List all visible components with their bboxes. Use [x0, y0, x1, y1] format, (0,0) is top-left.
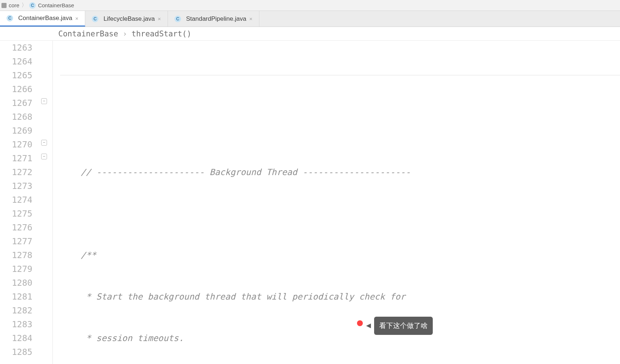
- annotation-dot-icon: [357, 320, 363, 326]
- line-number: 1273: [0, 179, 32, 193]
- line-number: 1275: [0, 207, 32, 221]
- code-area[interactable]: // --------------------- Background Thre…: [53, 41, 620, 364]
- fold-collapse-icon[interactable]: −: [41, 98, 47, 104]
- line-number: 1267: [0, 96, 32, 110]
- line-number: 1277: [0, 234, 32, 248]
- chevron-right-icon: 〉: [21, 2, 27, 9]
- line-number: 1282: [0, 304, 32, 317]
- class-icon: C: [29, 2, 36, 9]
- code-line[interactable]: [53, 124, 620, 138]
- tab-label: LifecycleBase.java: [103, 15, 155, 23]
- line-number: 1272: [0, 165, 32, 179]
- breadcrumb-class[interactable]: ContainerBase: [38, 2, 74, 8]
- code-line[interactable]: [53, 82, 620, 96]
- line-number: 1285: [0, 345, 32, 359]
- chevron-right-icon: ›: [122, 29, 127, 38]
- line-number: 1274: [0, 193, 32, 207]
- line-number: 1278: [0, 248, 32, 262]
- line-number: 1279: [0, 262, 32, 276]
- class-icon: C: [92, 16, 98, 22]
- annotation-bubble: 看下这个做了啥: [374, 317, 433, 335]
- tab-label: StandardPipeline.java: [186, 15, 246, 23]
- line-number: 1284: [0, 331, 32, 345]
- code-line[interactable]: * Start the background thread that will …: [53, 290, 620, 304]
- line-number: 1265: [0, 68, 32, 82]
- line-number: 1283: [0, 317, 32, 331]
- code-line[interactable]: /**: [53, 248, 620, 262]
- class-icon: C: [174, 16, 181, 22]
- breadcrumb-package[interactable]: core: [9, 2, 19, 8]
- editor-tabbar: C ContainerBase.java × C LifecycleBase.j…: [0, 11, 620, 27]
- fold-collapse-icon[interactable]: −: [41, 140, 47, 146]
- line-number: 1270: [0, 138, 32, 151]
- line-number: 1266: [0, 82, 32, 96]
- code-line[interactable]: [53, 207, 620, 221]
- annotation-arrow-icon: ◀: [366, 318, 371, 332]
- editor-breadcrumb: ContainerBase › threadStart(): [0, 27, 620, 41]
- fold-collapse-icon[interactable]: −: [41, 154, 47, 159]
- line-number: 1268: [0, 110, 32, 124]
- code-line[interactable]: * session timeouts.: [53, 331, 620, 345]
- tab-containerbase[interactable]: C ContainerBase.java ×: [0, 11, 85, 27]
- close-icon[interactable]: ×: [158, 16, 161, 22]
- method-separator: [60, 75, 620, 75]
- code-editor[interactable]: 1263 1264 1265 1266 1267 1268 1269 1270 …: [0, 41, 620, 364]
- line-number: 1280: [0, 276, 32, 290]
- crumb-method[interactable]: threadStart(): [132, 29, 191, 38]
- close-icon[interactable]: ×: [249, 16, 252, 22]
- fold-gutter: − − −: [38, 41, 53, 364]
- crumb-class[interactable]: ContainerBase: [58, 29, 118, 38]
- line-gutter: 1263 1264 1265 1266 1267 1268 1269 1270 …: [0, 41, 38, 364]
- tab-label: ContainerBase.java: [18, 15, 72, 22]
- line-number: 1271: [0, 151, 32, 165]
- line-number: 1269: [0, 124, 32, 138]
- line-number: 1264: [0, 55, 32, 68]
- tab-lifecyclebase[interactable]: C LifecycleBase.java ×: [85, 11, 168, 27]
- code-line[interactable]: // --------------------- Background Thre…: [53, 165, 620, 179]
- line-number: 1276: [0, 221, 32, 234]
- close-icon[interactable]: ×: [75, 15, 78, 21]
- line-number: 1263: [0, 41, 32, 55]
- tab-standardpipeline[interactable]: C StandardPipeline.java ×: [168, 11, 259, 27]
- class-icon: C: [7, 15, 13, 21]
- breadcrumb-nav: core 〉 C ContainerBase: [0, 0, 620, 11]
- package-icon: [1, 3, 7, 8]
- annotation-text: 看下这个做了啥: [379, 322, 428, 329]
- line-number: 1281: [0, 290, 32, 304]
